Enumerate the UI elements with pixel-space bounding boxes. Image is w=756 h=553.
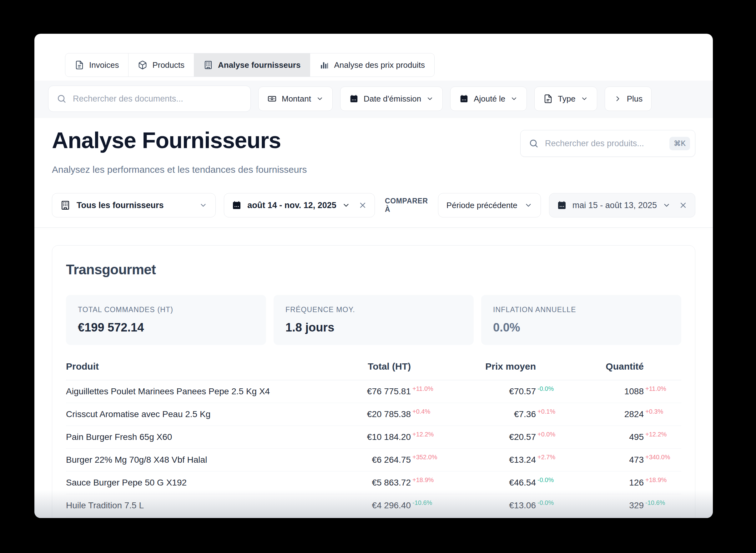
qty-change: +18.9% bbox=[644, 476, 669, 484]
stat-value: €199 572.14 bbox=[78, 321, 254, 334]
total-cell: €20 785.38+0.4% bbox=[301, 409, 436, 419]
tab-invoices[interactable]: Invoices bbox=[65, 53, 129, 77]
products-table: Produit Total (HT) Prix moyen Quantité A… bbox=[66, 361, 681, 518]
product-search-input[interactable] bbox=[544, 138, 664, 149]
more-filters-label: Plus bbox=[627, 94, 643, 104]
document-search-input[interactable] bbox=[72, 94, 242, 104]
file-text-icon bbox=[75, 60, 84, 70]
table-header: Produit Total (HT) Prix moyen Quantité bbox=[66, 361, 681, 380]
clear-compare-period-icon[interactable] bbox=[679, 201, 688, 210]
stat-label: TOTAL COMMANDES (HT) bbox=[78, 306, 254, 314]
qty-cell: 1088+11.0% bbox=[561, 387, 669, 396]
filter-label: Ajouté le bbox=[474, 94, 505, 104]
compare-mode-value: Période précédente bbox=[446, 201, 518, 210]
price-cell: €20.57+0.0% bbox=[436, 432, 561, 442]
table-row[interactable]: Burger 22% Mg 70g/8 X48 Vbf Halal €6 264… bbox=[66, 449, 681, 471]
product-name: Burger 22% Mg 70g/8 X48 Vbf Halal bbox=[66, 455, 301, 465]
total-cell: €76 775.81+11.0% bbox=[301, 387, 436, 396]
tab-label: Analyse des prix produits bbox=[334, 60, 425, 70]
banknote-icon bbox=[267, 94, 277, 103]
filter-montant-button[interactable]: Montant bbox=[258, 87, 333, 111]
more-filters-button[interactable]: Plus bbox=[605, 87, 652, 111]
price-cell: €7.36+0.1% bbox=[436, 409, 561, 419]
price-value: €70.57 bbox=[509, 387, 536, 396]
table-row[interactable]: Frite Patate Douce 2.5 Kg €3 954.93-5.2%… bbox=[66, 517, 681, 518]
building-icon bbox=[60, 200, 70, 210]
chevron-down-icon bbox=[524, 201, 533, 209]
chevron-down-icon bbox=[199, 201, 207, 209]
qty-change: -10.6% bbox=[644, 499, 669, 506]
supplier-select[interactable]: Tous les fournisseurs bbox=[52, 193, 216, 218]
qty-change: +11.0% bbox=[644, 385, 669, 392]
tab-analyse-prix-produits[interactable]: Analyse des prix produits bbox=[310, 53, 434, 77]
filter-date-emission-button[interactable]: Date d'émission bbox=[340, 87, 443, 111]
product-name: Crisscut Aromatise avec Peau 2.5 Kg bbox=[66, 409, 301, 419]
price-value: €7.36 bbox=[514, 409, 536, 419]
price-change: +2.7% bbox=[536, 454, 561, 461]
total-change: -10.6% bbox=[411, 499, 436, 506]
chevron-down-icon bbox=[510, 95, 518, 102]
table-row[interactable]: Huile Tradition 7.5 L €4 296.40-10.6% €1… bbox=[66, 494, 681, 517]
table-row[interactable]: Pain Burger Fresh 65g X60 €10 184.20+12.… bbox=[66, 426, 681, 449]
qty-cell: 2824+0.3% bbox=[561, 409, 669, 419]
supplier-name: Transgourmet bbox=[66, 262, 681, 278]
app-window: Invoices Products Analyse fournisseurs A… bbox=[35, 34, 713, 518]
filter-label: Date d'émission bbox=[364, 94, 421, 104]
column-header-quantite: Quantité bbox=[561, 361, 669, 372]
compare-period-chip[interactable]: mai 15 - août 13, 2025 bbox=[549, 193, 695, 218]
filter-type-button[interactable]: Type bbox=[534, 87, 597, 111]
stats-row: TOTAL COMMANDES (HT) €199 572.14 FRÉQUEN… bbox=[66, 295, 681, 345]
table-row[interactable]: Sauce Burger Pepe 50 G X192 €5 863.72+18… bbox=[66, 471, 681, 494]
calendar-icon bbox=[459, 94, 469, 103]
calendar-icon bbox=[557, 200, 567, 210]
filter-label: Montant bbox=[282, 94, 311, 104]
keyboard-shortcut-badge: ⌘K bbox=[669, 137, 690, 150]
tab-label: Products bbox=[152, 60, 185, 70]
price-change: -0.0% bbox=[536, 385, 561, 392]
tab-analyse-fournisseurs[interactable]: Analyse fournisseurs bbox=[194, 53, 310, 77]
calendar-icon bbox=[349, 94, 359, 103]
compare-mode-select[interactable]: Période précédente bbox=[438, 193, 541, 218]
stat-label: INFLATION ANNUELLE bbox=[493, 306, 669, 314]
filter-ajoute-le-button[interactable]: Ajouté le bbox=[450, 87, 527, 111]
period-chip[interactable]: août 14 - nov. 12, 2025 bbox=[224, 193, 375, 218]
total-value: €4 296.40 bbox=[372, 500, 411, 510]
compare-period-value: mai 15 - août 13, 2025 bbox=[572, 201, 657, 210]
supplier-card: Transgourmet TOTAL COMMANDES (HT) €199 5… bbox=[52, 245, 695, 518]
table-row[interactable]: Crisscut Aromatise avec Peau 2.5 Kg €20 … bbox=[66, 403, 681, 426]
page-subtitle: Analysez les performances et les tendanc… bbox=[52, 164, 695, 175]
qty-cell: 126+18.9% bbox=[561, 478, 669, 488]
chevron-right-icon bbox=[614, 95, 622, 103]
qty-change: +0.3% bbox=[644, 408, 669, 415]
clear-period-icon[interactable] bbox=[358, 201, 367, 210]
qty-cell: 329-10.6% bbox=[561, 500, 669, 510]
qty-cell: 495+12.2% bbox=[561, 432, 669, 442]
stat-total-commandes: TOTAL COMMANDES (HT) €199 572.14 bbox=[66, 295, 266, 345]
price-value: €20.57 bbox=[509, 432, 536, 442]
table-row[interactable]: Aiguillettes Poulet Marinees Panees Pepe… bbox=[66, 380, 681, 403]
table-body: Aiguillettes Poulet Marinees Panees Pepe… bbox=[66, 380, 681, 518]
main-content: Analyse Fournisseurs ⌘K Analysez les per… bbox=[35, 118, 713, 218]
column-header-total: Total (HT) bbox=[301, 361, 436, 372]
stat-inflation: INFLATION ANNUELLE 0.0% bbox=[481, 295, 681, 345]
qty-value: 1088 bbox=[624, 387, 644, 396]
supplier-select-value: Tous les fournisseurs bbox=[77, 201, 193, 210]
tab-products[interactable]: Products bbox=[128, 53, 194, 77]
filter-label: Type bbox=[558, 94, 575, 104]
product-name: Sauce Burger Pepe 50 G X192 bbox=[66, 478, 301, 488]
page-title: Analyse Fournisseurs bbox=[52, 128, 281, 153]
price-change: -0.0% bbox=[536, 499, 561, 506]
total-change: +11.0% bbox=[411, 385, 436, 392]
price-value: €13.06 bbox=[509, 500, 536, 510]
chevron-down-icon bbox=[342, 201, 350, 209]
period-chip-value: août 14 - nov. 12, 2025 bbox=[247, 201, 336, 210]
price-cell: €13.06-0.0% bbox=[436, 500, 561, 510]
stat-label: FRÉQUENCE MOY. bbox=[285, 306, 462, 314]
package-icon bbox=[138, 60, 147, 70]
product-name: Aiguillettes Poulet Marinees Panees Pepe… bbox=[66, 387, 301, 396]
desktop-background: { "tabs": [ { "label": "Invoices", "icon… bbox=[0, 0, 756, 553]
stat-value: 0.0% bbox=[493, 321, 669, 334]
tab-label: Invoices bbox=[89, 60, 119, 70]
stat-value: 1.8 jours bbox=[285, 321, 462, 334]
search-icon bbox=[529, 138, 539, 148]
